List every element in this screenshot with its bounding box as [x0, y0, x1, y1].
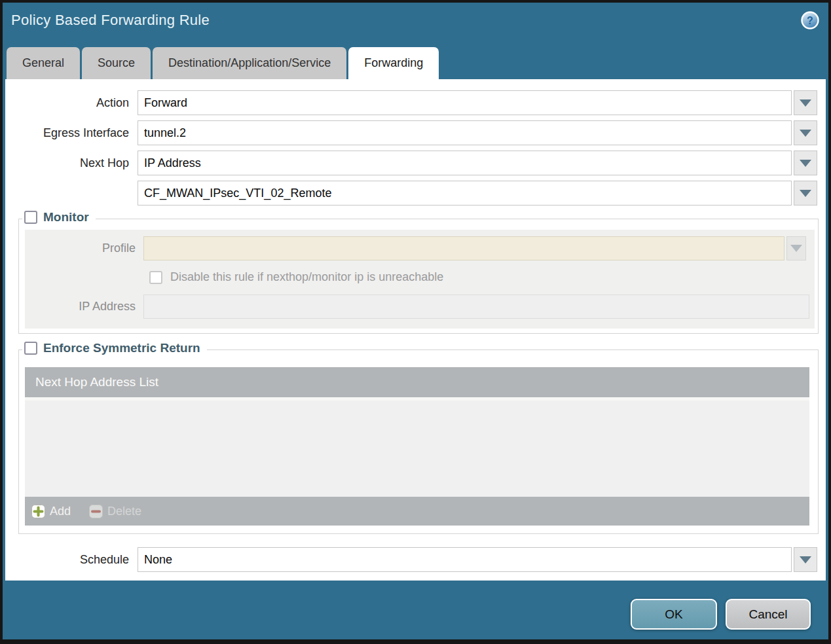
next-hop-type-select[interactable]: IP Address — [138, 151, 792, 175]
profile-dropdown-button — [786, 236, 806, 260]
delete-button-label: Delete — [107, 505, 141, 518]
next-hop-label: Next Hop — [5, 156, 138, 170]
action-row: Action Forward — [5, 90, 817, 115]
next-hop-address-dropdown-button[interactable] — [794, 181, 817, 206]
action-dropdown-button[interactable] — [794, 90, 817, 115]
next-hop-address-select[interactable]: CF_MWAN_IPsec_VTI_02_Remote — [138, 181, 792, 206]
next-hop-type-dropdown-button[interactable] — [794, 151, 817, 175]
enforce-symmetric-return-section: Enforce Symmetric Return Next Hop Addres… — [18, 349, 819, 534]
chevron-down-icon — [800, 556, 811, 564]
monitor-ip-input — [143, 295, 809, 319]
chevron-down-icon — [790, 245, 802, 252]
dialog-title: Policy Based Forwarding Rule — [11, 12, 210, 29]
disable-rule-label: Disable this rule if nexthop/monitor ip … — [170, 270, 443, 284]
tab-general[interactable]: General — [7, 47, 80, 79]
add-button-label: Add — [50, 505, 71, 518]
egress-interface-row: Egress Interface tunnel.2 — [5, 120, 817, 145]
pbf-rule-dialog: Policy Based Forwarding Rule ? General S… — [0, 0, 831, 644]
dialog-actions: OK Cancel — [3, 581, 828, 630]
dialog-titlebar: Policy Based Forwarding Rule ? — [3, 3, 828, 47]
next-hop-address-row: CF_MWAN_IPsec_VTI_02_Remote — [5, 181, 817, 206]
schedule-label: Schedule — [5, 553, 138, 567]
chevron-down-icon — [800, 130, 811, 137]
help-icon[interactable]: ? — [800, 10, 820, 30]
question-mark-icon: ? — [800, 10, 820, 30]
schedule-select[interactable]: None — [138, 547, 792, 572]
profile-label: Profile — [25, 241, 143, 255]
enforce-symmetric-return-checkbox[interactable] — [24, 342, 37, 355]
action-select[interactable]: Forward — [138, 90, 792, 115]
tab-bar: General Source Destination/Application/S… — [3, 47, 828, 79]
plus-icon — [31, 505, 45, 518]
add-button[interactable]: Add — [31, 505, 71, 518]
chevron-down-icon — [800, 160, 811, 167]
tab-forwarding[interactable]: Forwarding — [348, 47, 439, 79]
svg-text:?: ? — [807, 15, 813, 26]
delete-button: Delete — [89, 505, 141, 518]
minus-icon — [89, 505, 103, 518]
chevron-down-icon — [800, 190, 811, 197]
action-label: Action — [5, 96, 138, 110]
tab-destination-application-service[interactable]: Destination/Application/Service — [153, 47, 346, 79]
egress-interface-label: Egress Interface — [5, 126, 138, 140]
profile-select — [143, 236, 785, 260]
ok-button[interactable]: OK — [631, 599, 717, 630]
tab-source[interactable]: Source — [82, 47, 151, 79]
enforce-symmetric-return-label: Enforce Symmetric Return — [43, 341, 200, 355]
next-hop-address-list-body[interactable] — [25, 397, 809, 497]
next-hop-address-list-header: Next Hop Address List — [25, 367, 809, 397]
next-hop-row: Next Hop IP Address — [5, 151, 817, 175]
monitor-ip-row: IP Address — [25, 295, 809, 319]
chevron-down-icon — [800, 99, 811, 107]
monitor-checkbox[interactable] — [24, 211, 37, 224]
disable-rule-checkbox — [149, 271, 162, 284]
cancel-button[interactable]: Cancel — [726, 599, 811, 630]
monitor-fields: Profile Disable this rule if nexthop/mon… — [25, 230, 815, 329]
monitor-legend: Monitor — [22, 210, 96, 224]
schedule-row: Schedule None — [5, 547, 817, 572]
egress-interface-select[interactable]: tunnel.2 — [138, 120, 792, 145]
monitor-section: Monitor Profile Disable this rule if nex… — [18, 219, 819, 334]
enforce-symmetric-return-legend: Enforce Symmetric Return — [22, 341, 207, 355]
disable-rule-row: Disable this rule if nexthop/monitor ip … — [149, 268, 815, 286]
next-hop-address-list-footer: Add Delete — [25, 497, 809, 526]
profile-row: Profile — [25, 236, 806, 260]
monitor-ip-label: IP Address — [25, 300, 143, 313]
egress-interface-dropdown-button[interactable] — [794, 120, 817, 145]
forwarding-tab-panel: Action Forward Egress Interface tunnel.2… — [5, 79, 826, 581]
schedule-dropdown-button[interactable] — [794, 547, 817, 572]
next-hop-address-list-table: Next Hop Address List Add — [25, 367, 809, 526]
monitor-legend-label: Monitor — [43, 210, 89, 224]
